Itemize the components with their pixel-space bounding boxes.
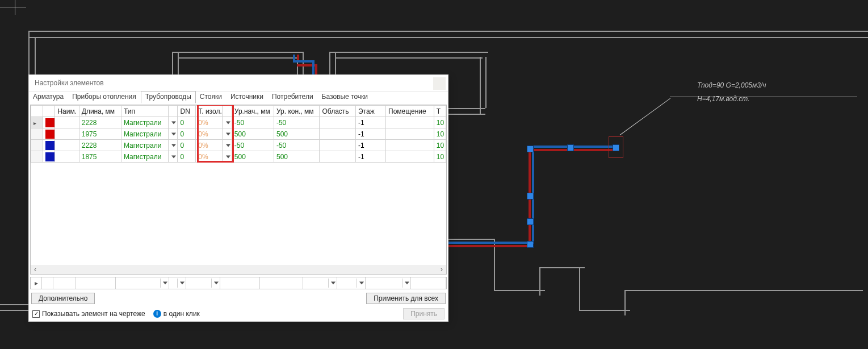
table-row[interactable]: 1975Магистрали00%500500-110 [31,128,446,140]
filter-marker: ▸ [31,277,42,289]
table-row[interactable]: 2228Магистрали00%-50-50-110 [31,140,446,151]
scroll-left-button[interactable]: ‹ [31,265,40,274]
show-on-drawing-checkbox[interactable]: ✓ Показывать элемент на чертеже i в один… [32,310,200,318]
grip-handle[interactable] [527,146,534,152]
tab-risers[interactable]: Стояки [196,92,227,103]
show-on-drawing-label: Показывать элемент на чертеже [42,310,145,318]
tab-bar: Арматура Приборы отопления Трубопроводы … [29,91,448,103]
table-row[interactable]: 2228Магистрали00%-50-50-110 [31,117,446,128]
tizol-dropdown[interactable] [222,117,232,128]
col-length[interactable]: Длина, мм [79,106,121,117]
col-level-end[interactable]: Ур. кон., мм [274,106,320,117]
apply-all-button[interactable]: Применить для всех [366,293,446,304]
horizontal-scrollbar[interactable]: ‹ › [31,265,446,274]
pipe-color-swatch [45,141,54,150]
tab-pipelines[interactable]: Трубопроводы [141,91,196,103]
type-dropdown[interactable] [168,117,178,128]
grip-handle[interactable] [527,193,534,200]
grip-handle[interactable] [527,218,534,225]
col-dn[interactable]: DN [178,106,196,117]
tizol-dropdown[interactable] [222,151,232,163]
tab-heating-devices[interactable]: Приборы отопления [68,92,141,103]
grip-handle[interactable] [527,241,534,248]
element-settings-dialog: Настройки элементов Арматура Приборы ото… [28,74,448,322]
tizol-dropdown[interactable] [222,128,232,140]
tab-sources[interactable]: Источники [227,92,268,103]
type-dropdown[interactable] [168,151,178,163]
extra-button[interactable]: Дополнительно [31,293,95,304]
col-type[interactable]: Тип [121,106,168,117]
one-click-label: в один клик [163,310,200,318]
tab-consumers[interactable]: Потребители [268,92,318,103]
type-dropdown[interactable] [168,140,178,151]
pipe-annotation: Тпод=90 G=2,005м3/ч H=4,17м.вод.ст. [697,78,766,106]
col-level-start[interactable]: Ур.нач., мм [232,106,274,117]
col-name[interactable]: Наим. [55,106,79,117]
annotation-line1: Тпод=90 G=2,005м3/ч [697,78,766,92]
tizol-dropdown[interactable] [222,140,232,151]
col-room[interactable]: Помещение [386,106,434,117]
grip-handle[interactable] [567,144,574,151]
tab-base-points[interactable]: Базовые точки [318,92,372,103]
pipe-color-swatch [45,118,54,127]
accept-button[interactable]: Принять [403,308,445,319]
tab-armatura[interactable]: Арматура [29,92,68,103]
dialog-title: Настройки элементов [29,75,448,91]
type-dropdown[interactable] [168,128,178,140]
table-row[interactable]: 1875Магистрали00%500500-110 [31,151,446,163]
col-floor[interactable]: Этаж [356,106,386,117]
col-t[interactable]: Т [434,106,446,117]
selection-rect [609,136,623,158]
pipeline-grid: Наим. Длина, мм Тип DN Т. изол. Ур.нач.,… [30,105,447,275]
info-icon: i [153,310,161,318]
scroll-right-button[interactable]: › [437,265,446,274]
filter-row[interactable]: ▸ [30,277,447,289]
col-area[interactable]: Область [320,106,356,117]
close-button[interactable] [433,77,446,90]
col-tizol[interactable]: Т. изол. [196,106,223,117]
annotation-line2: H=4,17м.вод.ст. [697,92,766,106]
pipe-color-swatch [45,130,54,139]
pipe-color-swatch [45,152,54,161]
